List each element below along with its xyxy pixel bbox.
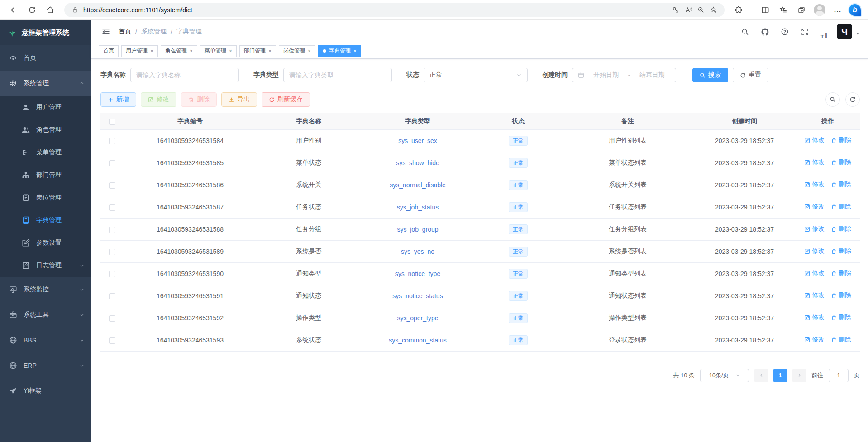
row-edit-button[interactable]: 修改: [804, 158, 825, 166]
extensions-icon[interactable]: [731, 2, 746, 18]
url-text[interactable]: https://ccnetcore.com:1101/system/dict: [81, 6, 669, 14]
tab-menu-mgmt[interactable]: 菜单管理×: [200, 45, 237, 57]
row-delete-button[interactable]: 删除: [831, 314, 851, 322]
dict-type-link[interactable]: sys_common_status: [389, 337, 447, 344]
row-delete-button[interactable]: 删除: [831, 291, 851, 299]
sidebar-item-bbs[interactable]: BBS: [0, 328, 91, 353]
dict-type-link[interactable]: sys_oper_type: [397, 314, 438, 322]
add-button[interactable]: 新增: [100, 92, 136, 107]
dict-type-link[interactable]: sys_notice_status: [392, 292, 443, 299]
page-number-1[interactable]: 1: [773, 369, 787, 382]
row-edit-button[interactable]: 修改: [804, 269, 825, 277]
tab-role-mgmt[interactable]: 角色管理×: [161, 45, 197, 57]
row-delete-button[interactable]: 删除: [831, 269, 851, 277]
tab-dept-mgmt[interactable]: 部门管理×: [239, 45, 276, 57]
github-icon[interactable]: [757, 24, 773, 39]
help-icon[interactable]: [777, 24, 792, 39]
row-delete-button[interactable]: 删除: [831, 181, 851, 189]
row-edit-button[interactable]: 修改: [804, 314, 825, 322]
sidebar-item-dept-mgmt[interactable]: 部门管理: [0, 164, 91, 186]
refresh-icon[interactable]: [24, 2, 40, 18]
sidebar-item-dict-mgmt[interactable]: 字典管理: [0, 209, 91, 232]
sidebar-item-system-mgmt[interactable]: 系统管理: [0, 71, 91, 96]
sidebar-item-user-mgmt[interactable]: 用户管理: [0, 96, 91, 119]
home-icon[interactable]: [43, 2, 58, 18]
row-checkbox[interactable]: [109, 182, 115, 189]
row-checkbox[interactable]: [109, 227, 115, 233]
header-search-icon[interactable]: [737, 24, 753, 39]
close-icon[interactable]: ×: [308, 48, 311, 54]
close-icon[interactable]: ×: [229, 48, 232, 54]
select-all-checkbox[interactable]: [109, 119, 115, 125]
avatar-caret-icon[interactable]: [856, 32, 860, 36]
sidebar-item-post-mgmt[interactable]: 岗位管理: [0, 186, 91, 209]
export-button[interactable]: 导出: [221, 92, 257, 107]
row-edit-button[interactable]: 修改: [804, 181, 825, 189]
row-checkbox[interactable]: [109, 204, 115, 211]
close-icon[interactable]: ×: [190, 48, 193, 54]
row-checkbox[interactable]: [109, 315, 115, 322]
dict-type-link[interactable]: sys_show_hide: [396, 159, 439, 166]
refresh-table-button[interactable]: [845, 92, 860, 107]
password-key-icon[interactable]: [669, 4, 682, 16]
fullscreen-icon[interactable]: [797, 24, 812, 39]
favorite-add-icon[interactable]: [707, 4, 720, 16]
row-edit-button[interactable]: 修改: [804, 336, 825, 344]
date-range-picker[interactable]: 开始日期 - 结束日期: [572, 68, 676, 82]
page-size-select[interactable]: 10条/页: [700, 369, 749, 382]
row-edit-button[interactable]: 修改: [804, 203, 825, 211]
dict-type-input[interactable]: [283, 68, 392, 82]
breadcrumb-home[interactable]: 首页: [119, 28, 131, 36]
dict-name-input[interactable]: [130, 68, 239, 82]
row-checkbox[interactable]: [109, 160, 115, 166]
close-icon[interactable]: ×: [150, 48, 153, 54]
row-checkbox[interactable]: [109, 337, 115, 344]
show-search-toggle-button[interactable]: [825, 92, 840, 107]
dict-type-link[interactable]: sys_job_group: [397, 226, 438, 233]
split-screen-icon[interactable]: [758, 2, 773, 18]
sidebar-item-param-settings[interactable]: 参数设置: [0, 232, 91, 254]
row-edit-button[interactable]: 修改: [804, 225, 825, 233]
row-checkbox[interactable]: [109, 138, 115, 144]
app-logo[interactable]: 意框架管理系统: [0, 20, 91, 45]
collections-icon[interactable]: [794, 2, 809, 18]
row-edit-button[interactable]: 修改: [804, 136, 825, 144]
sidebar-item-yi-framework[interactable]: Yi框架: [0, 378, 91, 404]
delete-button[interactable]: 删除: [181, 92, 217, 107]
dict-type-link[interactable]: sys_normal_disable: [390, 181, 446, 189]
tab-home[interactable]: 首页: [99, 45, 119, 57]
prev-page-button[interactable]: [754, 369, 768, 382]
sidebar-item-system-monitor[interactable]: 系统监控: [0, 277, 91, 302]
row-delete-button[interactable]: 删除: [831, 225, 851, 233]
tab-user-mgmt[interactable]: 用户管理×: [121, 45, 158, 57]
user-avatar-logo[interactable]: Ч: [837, 24, 852, 39]
close-icon[interactable]: ×: [268, 48, 272, 54]
sidebar-item-home[interactable]: 首页: [0, 45, 91, 71]
read-aloud-icon[interactable]: [682, 4, 695, 16]
search-button[interactable]: 搜索: [692, 68, 728, 82]
status-select[interactable]: 正常: [424, 68, 528, 82]
refresh-cache-button[interactable]: 刷新缓存: [262, 92, 310, 107]
zoom-out-icon[interactable]: [695, 4, 707, 16]
tab-dict-mgmt[interactable]: 字典管理×: [318, 45, 361, 57]
font-size-icon[interactable]: TT: [817, 24, 832, 39]
row-edit-button[interactable]: 修改: [804, 247, 825, 255]
row-delete-button[interactable]: 删除: [831, 203, 851, 211]
favorites-bar-icon[interactable]: [776, 2, 791, 18]
tab-post-mgmt[interactable]: 岗位管理×: [279, 45, 315, 57]
reset-button[interactable]: 重置: [733, 68, 768, 82]
row-delete-button[interactable]: 删除: [831, 336, 851, 344]
dict-type-link[interactable]: sys_notice_type: [395, 270, 440, 277]
row-edit-button[interactable]: 修改: [804, 291, 825, 299]
edit-button[interactable]: 修改: [141, 92, 176, 107]
row-checkbox[interactable]: [109, 249, 115, 255]
bing-chat-icon[interactable]: b: [848, 3, 862, 17]
next-page-button[interactable]: [792, 369, 806, 382]
row-checkbox[interactable]: [109, 293, 115, 299]
row-delete-button[interactable]: 删除: [831, 136, 851, 144]
row-delete-button[interactable]: 删除: [831, 247, 851, 255]
sidebar-item-log-mgmt[interactable]: 日志管理: [0, 254, 91, 277]
dict-type-link[interactable]: sys_job_status: [397, 204, 439, 211]
back-icon[interactable]: [6, 2, 22, 18]
sidebar-item-system-tools[interactable]: 系统工具: [0, 302, 91, 328]
